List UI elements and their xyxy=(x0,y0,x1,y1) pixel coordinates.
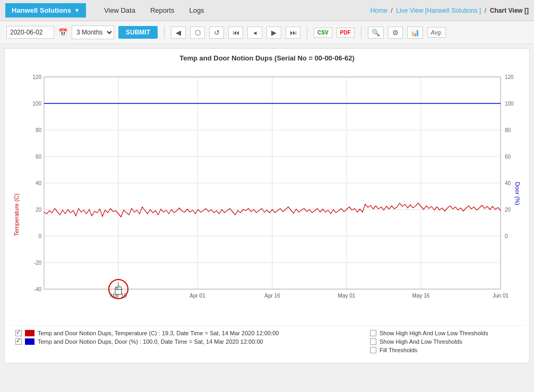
svg-text:Apr 01: Apr 01 xyxy=(190,293,205,299)
breadcrumb-current: Chart View [] xyxy=(490,7,529,14)
svg-text:0: 0 xyxy=(38,233,41,239)
chart-svg: Temperature (C) Door (%) 120 100 80 60 4… xyxy=(12,66,522,321)
chart-title: Temp and Door Notion Dups (Serial No = 0… xyxy=(10,54,524,62)
threshold-checkbox-1[interactable] xyxy=(370,330,376,336)
main-content: Temp and Door Notion Dups (Serial No = 0… xyxy=(4,48,530,363)
date-input[interactable] xyxy=(6,26,54,39)
svg-text:Door (%): Door (%) xyxy=(514,182,521,205)
svg-text:120: 120 xyxy=(505,74,514,80)
nav-view-data[interactable]: View Data xyxy=(97,3,143,18)
threshold-label-2: Show High And Low Thresholds xyxy=(380,338,462,345)
legend-right: Show High High And Low Low Thresholds Sh… xyxy=(370,330,519,353)
header: Hanwell Solutions ▼ View Data Reports Lo… xyxy=(0,0,534,21)
separator-3 xyxy=(361,26,361,39)
svg-text:May 16: May 16 xyxy=(412,293,430,299)
threshold-label-1: Show High High And Low Low Thresholds xyxy=(380,330,488,336)
zoom-button[interactable]: 🔍 xyxy=(368,27,384,39)
svg-text:-20: -20 xyxy=(34,260,42,266)
legend-checkbox-temp[interactable] xyxy=(15,330,22,336)
legend-color-temp xyxy=(25,330,35,336)
calendar-icon[interactable]: 📅 xyxy=(58,28,67,37)
legend-area: Temp and Door Notion Dups, Temperature (… xyxy=(10,325,524,358)
layers-button[interactable]: ⬡ xyxy=(190,27,205,39)
svg-text:60: 60 xyxy=(36,154,42,160)
prev-button[interactable]: ◂ xyxy=(247,27,262,39)
threshold-label-3: Fill Thresholds xyxy=(380,347,417,353)
export-csv-button[interactable]: CSV xyxy=(314,28,332,38)
brand-label: Hanwell Solutions xyxy=(12,6,71,14)
svg-text:20: 20 xyxy=(36,207,42,213)
submit-button[interactable]: SUBMIT xyxy=(118,26,158,39)
bar-chart-button[interactable]: 📊 xyxy=(407,27,423,39)
svg-text:Mar 16: Mar 16 xyxy=(110,293,127,299)
svg-text:0: 0 xyxy=(505,233,508,239)
svg-text:1: 1 xyxy=(117,282,119,287)
separator-2 xyxy=(307,26,307,39)
legend-item-temp: Temp and Door Notion Dups, Temperature (… xyxy=(15,330,370,336)
legend-left: Temp and Door Notion Dups, Temperature (… xyxy=(15,330,370,347)
breadcrumb-home[interactable]: Home xyxy=(371,7,387,14)
legend-checkbox-door[interactable] xyxy=(15,338,22,345)
svg-text:100: 100 xyxy=(505,101,514,107)
threshold-checkbox-3[interactable] xyxy=(370,347,376,353)
svg-text:60: 60 xyxy=(505,154,511,160)
svg-text:Jun 01: Jun 01 xyxy=(493,293,509,299)
breadcrumb: Home / Live View [Hanwell Solutions ] / … xyxy=(371,7,529,14)
breadcrumb-live-view[interactable]: Live View [Hanwell Solutions ] xyxy=(396,7,481,14)
svg-text:120: 120 xyxy=(32,74,41,80)
nav-reports[interactable]: Reports xyxy=(143,3,182,18)
toolbar: 📅 3 Months 1 Day 1 Week 2 Weeks 1 Month … xyxy=(0,21,534,44)
export-pdf-button[interactable]: PDF xyxy=(337,28,355,38)
skip-start-button[interactable]: ⏮ xyxy=(228,27,243,39)
svg-text:Apr 16: Apr 16 xyxy=(264,293,280,299)
legend-text-temp: Temp and Door Notion Dups, Temperature (… xyxy=(38,330,279,336)
nav-logs[interactable]: Logs xyxy=(182,3,211,18)
svg-text:40: 40 xyxy=(36,180,42,186)
legend-item-door: Temp and Door Notion Dups, Door (%) : 10… xyxy=(15,338,370,345)
play-button[interactable]: ▶ xyxy=(266,27,281,39)
period-select[interactable]: 3 Months 1 Day 1 Week 2 Weeks 1 Month 6 … xyxy=(72,25,114,39)
svg-text:40: 40 xyxy=(505,180,511,186)
main-nav: View Data Reports Logs xyxy=(97,3,212,18)
avg-button[interactable]: Avg. xyxy=(427,27,446,38)
legend-color-door xyxy=(25,338,35,345)
svg-text:-40: -40 xyxy=(34,286,42,292)
svg-text:Temperature (C): Temperature (C) xyxy=(13,194,20,236)
brand-chevron-icon: ▼ xyxy=(74,7,80,13)
brand-button[interactable]: Hanwell Solutions ▼ xyxy=(5,3,86,18)
refresh-button[interactable]: ↺ xyxy=(209,27,224,39)
separator-1 xyxy=(164,26,165,39)
nav-back-button[interactable]: ◀ xyxy=(171,27,186,39)
svg-text:80: 80 xyxy=(36,127,42,133)
threshold-item-2: Show High And Low Thresholds xyxy=(370,338,519,345)
threshold-checkbox-2[interactable] xyxy=(370,338,376,345)
legend-text-door: Temp and Door Notion Dups, Door (%) : 10… xyxy=(38,338,263,345)
skip-end-button[interactable]: ⏭ xyxy=(286,27,300,39)
svg-text:80: 80 xyxy=(505,127,511,133)
threshold-item-1: Show High High And Low Low Thresholds xyxy=(370,330,519,336)
threshold-item-3: Fill Thresholds xyxy=(370,347,519,353)
chart-container: Temperature (C) Door (%) 120 100 80 60 4… xyxy=(12,66,522,321)
svg-text:20: 20 xyxy=(505,207,511,213)
svg-text:100: 100 xyxy=(32,101,41,107)
chart-settings-button[interactable]: ⚙ xyxy=(388,27,403,39)
svg-text:May 01: May 01 xyxy=(338,293,356,299)
